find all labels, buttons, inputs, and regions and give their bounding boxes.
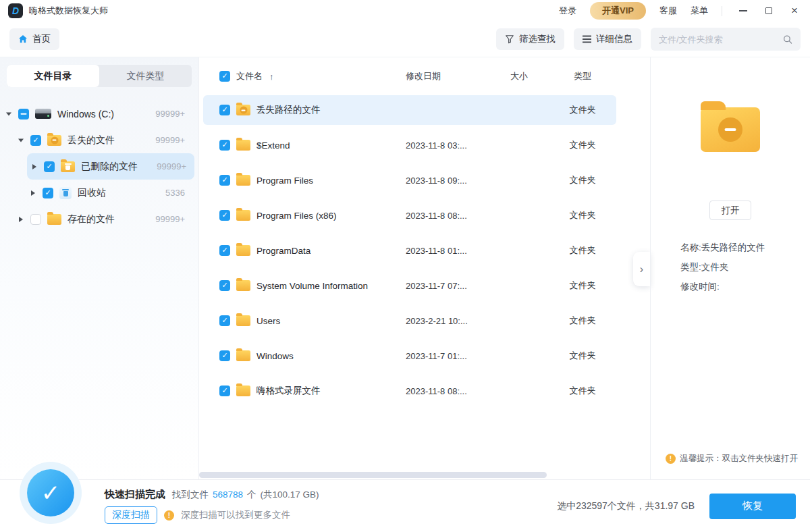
close-button[interactable]: ×: [790, 6, 799, 16]
file-row[interactable]: $Extend 2023-11-8 03:... 文件夹: [203, 130, 616, 160]
file-row[interactable]: ProgramData 2023-11-8 01:... 文件夹: [203, 236, 616, 265]
tree-checkbox[interactable]: [43, 188, 53, 198]
file-modified-date: 2023-11-8 08:...: [395, 386, 489, 396]
status-bar: ✓ 快速扫描完成 找到文件568788个 (共100.17 GB) 深度扫描 !…: [0, 479, 810, 532]
tree-expander-icon[interactable]: [18, 137, 24, 144]
maximize-button[interactable]: [764, 6, 774, 16]
file-type: 文件夹: [549, 174, 616, 186]
folder-icon: [236, 385, 250, 396]
row-checkbox[interactable]: [219, 105, 230, 115]
sidebar: 文件目录 文件类型 Windows (C:) 99999+: [0, 57, 199, 479]
minimize-button[interactable]: [738, 6, 748, 16]
warning-icon: !: [666, 454, 676, 464]
column-header-size[interactable]: 大小: [495, 70, 543, 82]
search-input[interactable]: [659, 34, 778, 45]
row-checkbox[interactable]: [219, 350, 230, 361]
toolbar: 首页 筛选查找 详细信息: [0, 22, 810, 57]
sidebar-tab-label: 文件类型: [127, 70, 165, 82]
row-checkbox[interactable]: [219, 245, 230, 256]
preview-name: 名称:丢失路径的文件: [680, 238, 810, 257]
row-checkbox[interactable]: [219, 315, 230, 326]
file-name: 丢失路径的文件: [256, 104, 389, 116]
filter-button-label: 筛选查找: [519, 33, 556, 45]
tree-item[interactable]: 回收站 5336: [0, 180, 198, 206]
file-modified-date: 2023-11-8 08:...: [395, 211, 489, 221]
tree-item[interactable]: Windows (C:) 99999+: [0, 101, 198, 127]
tree-item[interactable]: 存在的文件 99999+: [0, 206, 198, 232]
tree-item-label: Windows (C:): [57, 109, 114, 119]
file-row[interactable]: Program Files (x86) 2023-11-8 08:... 文件夹: [203, 201, 616, 230]
preview-folder-minus-icon: [701, 107, 760, 152]
sidebar-tabs: 文件目录 文件类型: [7, 65, 192, 87]
chevron-right-icon: ›: [640, 263, 643, 275]
tree-expander-icon[interactable]: [31, 163, 38, 170]
column-header-type[interactable]: 类型: [549, 70, 616, 82]
sidebar-tab[interactable]: 文件类型: [99, 65, 192, 87]
tree-checkbox[interactable]: [44, 161, 55, 172]
tree-expander-icon[interactable]: [18, 216, 24, 223]
warning-icon: !: [164, 510, 174, 521]
row-checkbox[interactable]: [219, 385, 230, 396]
row-checkbox[interactable]: [219, 140, 230, 151]
app-logo-icon: D: [8, 3, 23, 18]
filter-button[interactable]: 筛选查找: [496, 28, 564, 50]
tree-expander-icon[interactable]: [5, 111, 12, 117]
tree-item-icon: [59, 187, 72, 199]
tree-item[interactable]: 丢失的文件 99999+: [0, 127, 198, 153]
support-link[interactable]: 客服: [659, 5, 677, 17]
found-total-size: (共100.17 GB): [261, 489, 319, 501]
row-checkbox[interactable]: [219, 280, 230, 291]
select-all-checkbox[interactable]: [219, 71, 230, 82]
sort-ascending-icon[interactable]: ↑: [269, 72, 274, 82]
menu-link[interactable]: 菜单: [691, 5, 708, 17]
sidebar-tab-label: 文件目录: [34, 70, 72, 82]
file-type: 文件夹: [549, 280, 616, 292]
row-checkbox[interactable]: [219, 175, 230, 186]
file-row[interactable]: 丢失路径的文件 文件夹: [203, 95, 616, 125]
folder-icon: [236, 175, 250, 186]
tree-checkbox[interactable]: [18, 109, 29, 119]
search-box[interactable]: [651, 28, 801, 51]
home-button[interactable]: 首页: [9, 28, 59, 50]
file-name: ProgramData: [256, 246, 389, 256]
file-row[interactable]: Windows 2023-11-7 01:... 文件夹: [203, 341, 616, 371]
deep-scan-button[interactable]: 深度扫描: [105, 506, 157, 524]
file-modified-date: 2023-11-8 09:...: [395, 176, 489, 186]
tree-expander-icon[interactable]: [30, 190, 36, 196]
file-row[interactable]: System Volume Information 2023-11-7 07:.…: [203, 271, 616, 300]
home-button-label: 首页: [32, 33, 51, 45]
file-row[interactable]: 嗨格式录屏文件 2023-11-8 08:... 文件夹: [203, 376, 616, 406]
file-name: Program Files: [256, 176, 389, 186]
file-type: 文件夹: [549, 315, 616, 327]
tree-checkbox[interactable]: [30, 214, 41, 225]
tree-item-icon: [61, 161, 75, 172]
file-row[interactable]: Users 2023-2-21 10:... 文件夹: [203, 306, 616, 336]
login-link[interactable]: 登录: [559, 5, 576, 17]
titlebar-divider: [722, 6, 722, 16]
selection-summary: 选中232597个文件，共31.97 GB: [557, 500, 695, 512]
file-row[interactable]: Program Files 2023-11-8 09:... 文件夹: [203, 165, 616, 195]
panel-collapse-handle[interactable]: ›: [633, 252, 650, 286]
tree-item-label: 已删除的文件: [81, 161, 138, 173]
column-header-name[interactable]: 文件名: [236, 70, 263, 82]
tree-item-icon: [47, 214, 61, 225]
tree-item[interactable]: 已删除的文件 99999+: [27, 153, 194, 180]
tree-checkbox[interactable]: [30, 135, 41, 146]
file-name: Windows: [256, 351, 389, 361]
app-window: D 嗨格式数据恢复大师 登录 开通VIP 客服 菜单 × 首页: [0, 0, 810, 532]
folder-icon: [236, 245, 250, 256]
column-header-date[interactable]: 修改日期: [395, 70, 489, 82]
details-button[interactable]: 详细信息: [574, 28, 641, 50]
row-checkbox[interactable]: [219, 210, 230, 221]
recover-button[interactable]: 恢复: [709, 494, 796, 519]
file-name: $Extend: [256, 140, 389, 151]
tree-item-count: 5336: [165, 188, 198, 198]
vip-button[interactable]: 开通VIP: [590, 2, 646, 20]
file-type: 文件夹: [549, 209, 616, 221]
folder-icon: [236, 280, 250, 291]
file-type: 文件夹: [549, 385, 616, 397]
sidebar-tab[interactable]: 文件目录: [7, 65, 99, 87]
horizontal-scrollbar[interactable]: [199, 472, 547, 478]
search-icon[interactable]: [783, 34, 792, 45]
open-button[interactable]: 打开: [709, 201, 751, 220]
